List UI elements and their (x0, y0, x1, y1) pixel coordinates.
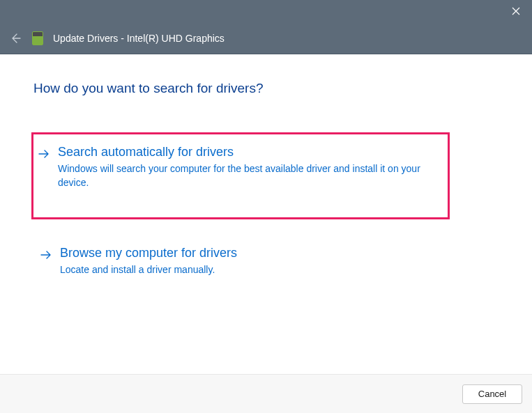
cancel-button[interactable]: Cancel (462, 384, 522, 404)
window-title: Update Drivers - Intel(R) UHD Graphics (53, 33, 225, 44)
option-description: Windows will search your computer for th… (58, 162, 439, 189)
close-button[interactable] (500, 0, 532, 22)
close-icon (512, 7, 520, 15)
option-text: Search automatically for drivers Windows… (58, 145, 439, 189)
option-description: Locate and install a driver manually. (60, 263, 487, 277)
back-button[interactable] (8, 31, 22, 45)
arrow-right-icon (40, 250, 52, 263)
page-heading: How do you want to search for drivers? (33, 81, 499, 96)
footer: Cancel (0, 374, 532, 413)
content-area: How do you want to search for drivers? S… (0, 54, 532, 291)
option-search-automatically[interactable]: Search automatically for drivers Windows… (31, 132, 450, 219)
arrow-right-icon (38, 149, 50, 162)
option-title: Browse my computer for drivers (60, 246, 487, 260)
arrow-left-icon (10, 33, 21, 44)
header-bar: Update Drivers - Intel(R) UHD Graphics (0, 22, 532, 54)
option-text: Browse my computer for drivers Locate an… (60, 246, 487, 277)
option-title: Search automatically for drivers (58, 145, 439, 159)
driver-icon (32, 31, 43, 45)
option-browse-computer[interactable]: Browse my computer for drivers Locate an… (33, 233, 499, 291)
titlebar (0, 0, 532, 22)
